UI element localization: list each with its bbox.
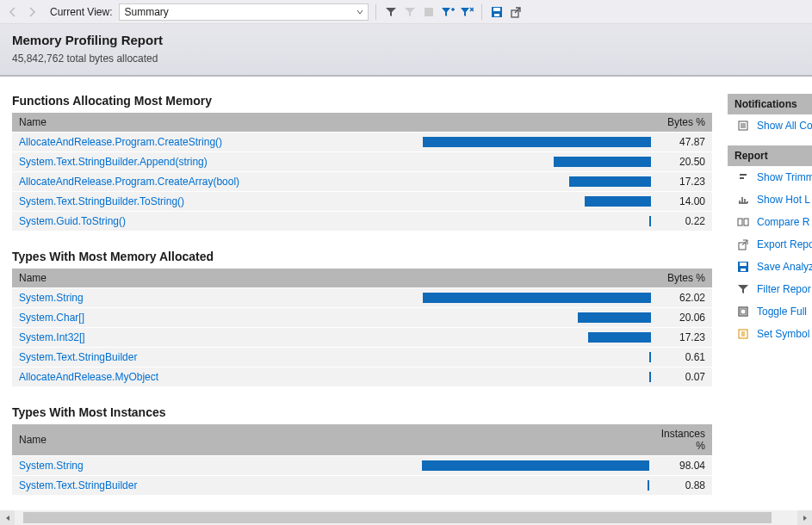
functions-table: Name Bytes % AllocateAndRelease.Program.…: [12, 113, 712, 231]
report-link[interactable]: Show Hot L: [728, 188, 812, 211]
funnel-icon: [404, 6, 416, 18]
bar-icon: [649, 372, 651, 382]
bar-icon: [569, 176, 651, 187]
row-bar-cell: [423, 192, 651, 212]
col-bar: [423, 269, 651, 288]
row-value: 47.87: [651, 133, 712, 152]
notifications-panel: Notifications Show All Co: [728, 94, 812, 137]
row-link[interactable]: System.Text.StringBuilder.ToString(): [12, 192, 423, 212]
report-link[interactable]: Compare R: [728, 211, 812, 233]
row-link[interactable]: AllocateAndRelease.MyObject: [12, 368, 423, 387]
view-dropdown[interactable]: Summary: [119, 3, 369, 21]
report-link-label: Show Hot L: [757, 194, 810, 206]
row-link[interactable]: System.Int32[]: [12, 328, 423, 348]
table-row: System.Char[]20.06: [12, 308, 712, 328]
row-link[interactable]: AllocateAndRelease.Program.CreateString(…: [12, 133, 423, 152]
types-mem-table: Name Bytes % System.String62.02System.Ch…: [12, 269, 712, 386]
triangle-right-icon: [802, 515, 809, 522]
row-value: 20.06: [651, 308, 712, 328]
svg-rect-2: [493, 8, 500, 11]
report-link-label: Save Analyz: [757, 261, 812, 273]
show-all-label: Show All Co: [757, 120, 812, 132]
report-link[interactable]: Filter Repor: [728, 278, 812, 300]
report-link-label: Compare R: [757, 216, 809, 228]
current-view-label: Current View:: [50, 6, 112, 18]
section-title-types-mem: Types With Most Memory Allocated: [12, 250, 712, 263]
types-mem-tbody: System.String62.02System.Char[]20.06Syst…: [12, 288, 712, 387]
svg-rect-7: [744, 219, 748, 225]
scroll-thumb[interactable]: [23, 512, 772, 523]
save-button[interactable]: [489, 4, 505, 20]
export-icon: [510, 6, 522, 18]
row-link[interactable]: System.Guid.ToString(): [12, 212, 423, 232]
row-link[interactable]: System.String: [12, 288, 423, 308]
table-row: System.Text.StringBuilder0.61: [12, 348, 712, 368]
report-title: Memory Profiling Report: [12, 33, 800, 47]
row-link[interactable]: System.Text.StringBuilder: [12, 476, 422, 496]
bar-icon: [423, 137, 651, 147]
triangle-left-icon: [4, 515, 11, 522]
row-link[interactable]: AllocateAndRelease.Program.CreateArray(b…: [12, 172, 423, 192]
fullscreen-icon: [736, 305, 750, 318]
bar-icon: [423, 293, 651, 303]
report-link[interactable]: Save Analyz: [728, 256, 812, 278]
row-bar-cell: [423, 368, 651, 387]
row-link[interactable]: System.String: [12, 456, 422, 476]
section-title-types-inst: Types With Most Instances: [12, 405, 712, 419]
report-link[interactable]: Set Symbol: [728, 323, 812, 345]
table-row: System.Guid.ToString()0.22: [12, 212, 712, 232]
scroll-left-button[interactable]: [0, 510, 15, 525]
report-link[interactable]: Toggle Full: [728, 300, 812, 323]
report-link[interactable]: Export Repo: [728, 233, 812, 256]
report-panel: Report Show TrimmShow Hot LCompare RExpo…: [728, 145, 812, 345]
scroll-right-button[interactable]: [797, 510, 812, 525]
bar-icon: [649, 352, 651, 362]
row-value: 0.22: [651, 212, 712, 232]
bar-icon: [585, 196, 652, 207]
bar-icon: [554, 157, 652, 167]
stop-button: [421, 4, 437, 20]
row-value: 0.88: [649, 476, 712, 496]
save-icon: [736, 260, 750, 274]
arrow-right-icon: [27, 7, 37, 17]
filter-remove-button[interactable]: [459, 4, 474, 20]
compare-icon: [736, 215, 750, 229]
col-bar: [422, 424, 649, 456]
filter-add-button[interactable]: [440, 4, 456, 20]
funnel-x-icon: [460, 6, 474, 18]
row-link[interactable]: System.Text.StringBuilder.Append(string): [12, 152, 423, 172]
col-bar: [423, 113, 651, 133]
report-subtitle: 45,842,762 total bytes allocated: [12, 52, 800, 65]
side-panel: Notifications Show All Co Report Show Tr…: [728, 77, 812, 511]
trim-icon: [736, 170, 750, 184]
report-link-label: Set Symbol: [757, 328, 809, 340]
svg-rect-10: [740, 262, 747, 266]
row-value: 17.23: [651, 172, 712, 192]
row-link[interactable]: System.Char[]: [12, 308, 423, 328]
row-bar-cell: [423, 308, 651, 328]
export-button[interactable]: [508, 4, 524, 20]
table-row: System.Text.StringBuilder0.88: [12, 476, 712, 496]
report-header: Memory Profiling Report 45,842,762 total…: [0, 24, 812, 77]
horizontal-scrollbar[interactable]: [0, 510, 812, 525]
row-link[interactable]: System.Text.StringBuilder: [12, 348, 423, 368]
show-all-link[interactable]: Show All Co: [728, 114, 812, 137]
report-link-label: Show Trimm: [757, 171, 812, 183]
row-bar-cell: [423, 133, 651, 152]
chevron-down-icon: [356, 9, 363, 15]
table-row: System.Int32[]17.23: [12, 328, 712, 348]
svg-rect-0: [425, 8, 433, 16]
filter-icon: [736, 282, 750, 296]
scroll-track[interactable]: [15, 510, 797, 525]
report-link[interactable]: Show Trimm: [728, 166, 812, 188]
table-row: System.Text.StringBuilder.ToString()14.0…: [12, 192, 712, 212]
bar-icon: [648, 480, 649, 491]
report-panel-header: Report: [728, 145, 812, 166]
symbol-icon: [736, 327, 750, 341]
funnel-icon: [385, 6, 397, 18]
filter-button[interactable]: [383, 4, 399, 20]
export-icon: [736, 238, 750, 251]
svg-rect-11: [741, 269, 746, 271]
row-bar-cell: [423, 212, 651, 232]
col-val: Instances %: [649, 424, 712, 456]
